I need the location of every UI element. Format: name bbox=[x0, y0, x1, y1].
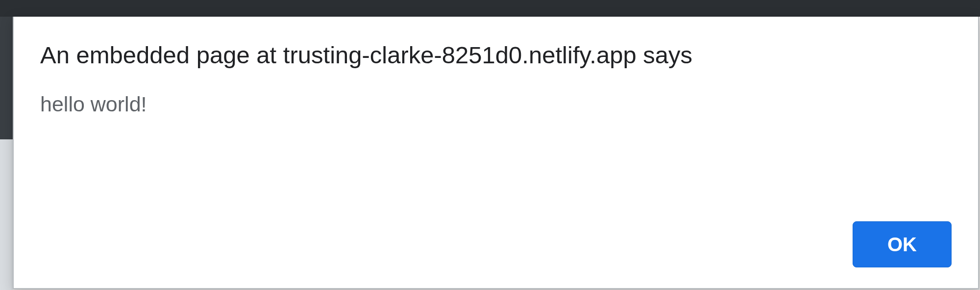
javascript-alert-dialog: An embedded page at trusting-clarke-8251… bbox=[13, 17, 979, 289]
alert-title: An embedded page at trusting-clarke-8251… bbox=[40, 40, 952, 70]
alert-actions: OK bbox=[40, 221, 952, 267]
browser-left-edge bbox=[0, 17, 13, 290]
browser-topbar bbox=[0, 0, 980, 17]
ok-button[interactable]: OK bbox=[853, 221, 952, 267]
alert-message: hello world! bbox=[40, 91, 952, 118]
browser-left-edge-dark bbox=[0, 17, 13, 139]
